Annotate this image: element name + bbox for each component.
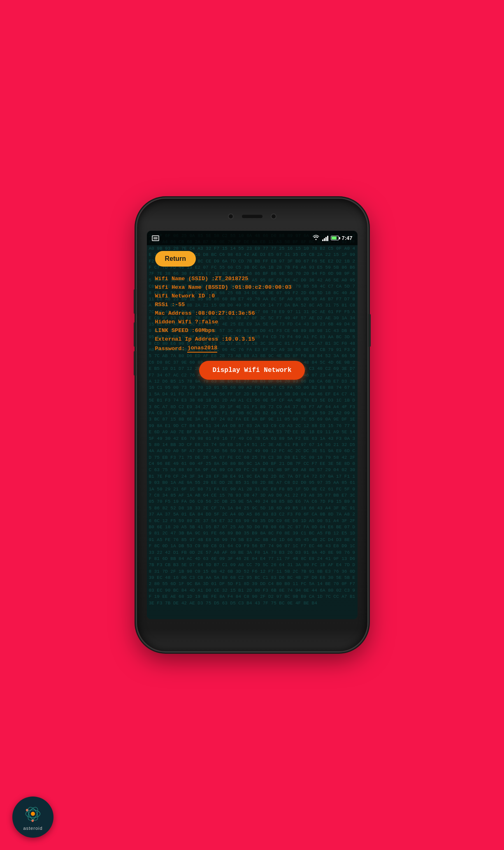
wifi-password-row: Password: jonas2018 bbox=[155, 345, 349, 353]
wifi-network-id: Wifi Network ID :0 bbox=[155, 293, 349, 299]
front-camera bbox=[228, 214, 234, 219]
wifi-hidden: Hidden Wifi ?:false bbox=[155, 319, 349, 325]
wifi-icon bbox=[312, 235, 320, 242]
asteroid-logo: asteroid bbox=[12, 797, 53, 838]
display-btn-wrapper: Display Wifi Network bbox=[155, 361, 349, 380]
proximity-sensor bbox=[271, 214, 276, 219]
return-button[interactable]: Return bbox=[155, 251, 196, 267]
atom-nucleus bbox=[31, 812, 35, 816]
signal-icon bbox=[322, 235, 328, 241]
phone-device: 31 9F 6F 06 25 0A 85 5E 58 C2 55 10 6A 4… bbox=[137, 199, 367, 651]
atom-icon bbox=[23, 804, 43, 824]
wifi-external-ip: External Ip Address :10.0.3.15 bbox=[155, 336, 349, 342]
notification-icon bbox=[152, 235, 159, 241]
password-label: Password: bbox=[155, 346, 185, 352]
asteroid-label: asteroid bbox=[23, 826, 42, 831]
phone-top-bar bbox=[211, 206, 293, 227]
battery-icon bbox=[331, 236, 339, 240]
status-time: 7:47 bbox=[341, 235, 352, 241]
earpiece-speaker bbox=[242, 215, 262, 218]
wifi-info-panel: Wifi Name (SSID) :ZT_2018725 Wifi Hexa N… bbox=[155, 276, 349, 353]
wifi-bssid: Wifi Hexa Name (BSSID) :01:80:c2:00:00:0… bbox=[155, 284, 349, 290]
status-bar: 7:47 bbox=[147, 231, 358, 245]
display-wifi-button[interactable]: Display Wifi Network bbox=[199, 361, 304, 380]
app-content: Return Wifi Name (SSID) :ZT_2018725 Wifi… bbox=[147, 245, 358, 386]
password-value: jonas2018 bbox=[187, 345, 217, 353]
status-right: 7:47 bbox=[312, 235, 352, 242]
status-left bbox=[152, 235, 159, 241]
wifi-ssid: Wifi Name (SSID) :ZT_2018725 bbox=[155, 276, 349, 282]
phone-screen: 31 9F 6F 06 25 0A 85 5E 58 C2 55 10 6A 4… bbox=[147, 231, 358, 619]
wifi-rssi: RSSi :-55 bbox=[155, 302, 349, 308]
wifi-mac: Mac Address :08:00:27:01:3e:56 bbox=[155, 310, 349, 316]
wifi-link-speed: LINK SPEED :60Mbps bbox=[155, 327, 349, 334]
